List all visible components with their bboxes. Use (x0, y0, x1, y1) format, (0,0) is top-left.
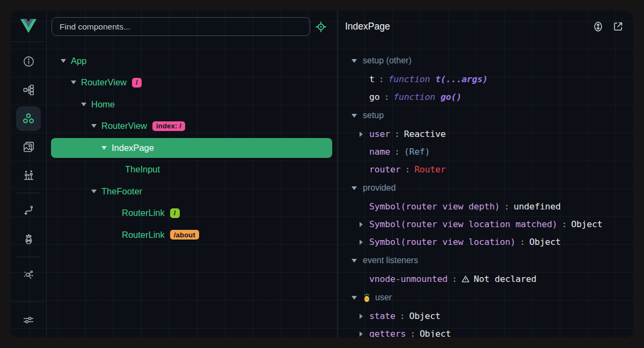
search-input[interactable] (52, 17, 310, 36)
property-value: Not declared (474, 274, 537, 284)
sidebar-item-settings[interactable] (11, 302, 46, 337)
chevron-down-icon[interactable] (91, 124, 101, 128)
pinia-icon (23, 233, 35, 245)
property-key: user (369, 129, 390, 139)
property-value: undefined (514, 201, 561, 212)
chevron-down-icon[interactable] (101, 146, 112, 150)
inspector-row-getters[interactable]: getters: Object (339, 325, 633, 337)
tree-row-theinput[interactable]: TheInput (47, 159, 338, 181)
property-key: router (369, 164, 400, 175)
inspector-body: setup (other) t: function t(...args) go:… (339, 42, 633, 337)
sidebar-item-assets[interactable] (14, 133, 43, 161)
chevron-down-icon (352, 259, 363, 263)
property-key: getters (369, 329, 406, 337)
chevron-down-icon (352, 296, 363, 300)
property-value: Object (420, 329, 451, 337)
inspector-row-user[interactable]: user: Reactive (339, 125, 633, 143)
sidebar-item-pinia[interactable] (14, 225, 43, 253)
chevron-down-icon (352, 114, 363, 118)
function-signature: go() (441, 92, 462, 102)
tree-row-routerlink-home[interactable]: RouterLink / (47, 202, 338, 224)
function-keyword: function (388, 74, 430, 84)
chevron-right-icon[interactable] (360, 314, 369, 319)
section-label: user (375, 293, 392, 302)
property-key: vnode-unmounted (369, 274, 448, 284)
inspector-row-go[interactable]: go: function go() (339, 88, 633, 106)
inspector-row-name[interactable]: name: (Ref) (339, 143, 633, 161)
property-key: name (369, 147, 390, 157)
component-label: TheFooter (101, 186, 142, 197)
inspector-row-t[interactable]: t: function t(...args) (339, 70, 633, 88)
sidebar-item-graph[interactable] (14, 260, 43, 289)
chevron-down-icon[interactable] (91, 190, 101, 193)
inspector-panel: IndexPage setup (other) t: function t(..… (339, 11, 633, 337)
sidebar-item-overview[interactable] (14, 47, 43, 76)
chevron-right-icon[interactable] (360, 132, 369, 137)
tree-row-routerlink-about[interactable]: RouterLink /about (47, 224, 338, 246)
chevron-down-icon (352, 59, 363, 63)
router-icon (23, 205, 35, 217)
tree-row-indexpage-selected[interactable]: IndexPage (51, 138, 332, 158)
property-value: Reactive (404, 129, 446, 139)
tree-header (47, 11, 338, 42)
property-key: Symbol(router view location matched) (369, 219, 557, 229)
component-label: RouterView (101, 121, 147, 131)
property-value: (Ref) (404, 147, 430, 157)
chevron-right-icon[interactable] (360, 222, 369, 227)
section-setup-other[interactable]: setup (other) (339, 51, 633, 70)
components-icon (16, 106, 41, 131)
sidebar-item-components[interactable] (14, 104, 43, 133)
inspector-row-vnode-unmounted[interactable]: vnode-unmounted: Not declared (339, 270, 633, 288)
property-value: Object (409, 311, 440, 321)
chevron-down-icon[interactable] (61, 59, 71, 63)
chevron-right-icon[interactable] (360, 240, 369, 245)
sidebar-item-pages[interactable] (14, 76, 43, 104)
inspector-row-symbol-depth[interactable]: Symbol(router view depth): undefined (339, 198, 633, 215)
component-tree-panel: App RouterView / Home RouterView index: … (47, 11, 338, 337)
scroll-to-component-button[interactable] (592, 20, 604, 33)
inspect-element-button[interactable] (314, 20, 328, 34)
component-label: Home (91, 99, 115, 110)
open-in-editor-button[interactable] (612, 21, 624, 32)
property-key: t (369, 74, 375, 84)
inspector-row-symbol-matched[interactable]: Symbol(router view location matched): Ob… (339, 215, 633, 233)
sidebar-item-router[interactable] (14, 197, 43, 225)
inspector-row-state[interactable]: state: Object (339, 307, 633, 325)
tree-row-home[interactable]: Home (47, 93, 338, 115)
scroll-icon (592, 20, 604, 33)
tree-row-routerview-index[interactable]: RouterView index: / (47, 115, 338, 137)
component-tree: App RouterView / Home RouterView index: … (47, 42, 338, 246)
component-label: App (71, 56, 86, 66)
chevron-right-icon[interactable] (360, 331, 369, 337)
property-value: Object (571, 219, 602, 229)
section-label: provided (363, 183, 396, 193)
property-value: Object (529, 237, 560, 247)
inspector-row-symbol-location[interactable]: Symbol(router view location): Object (339, 233, 633, 251)
chevron-down-icon (352, 186, 363, 190)
warning-icon (462, 275, 470, 283)
tree-row-thefooter[interactable]: TheFooter (47, 180, 338, 202)
devtools-window: App RouterView / Home RouterView index: … (11, 11, 633, 337)
function-keyword: function (393, 92, 435, 102)
info-icon (23, 55, 35, 68)
section-setup[interactable]: setup (339, 106, 633, 125)
section-pinia-user[interactable]: user (339, 288, 633, 307)
sidebar-item-timeline[interactable] (14, 161, 43, 190)
route-badge: / (132, 78, 142, 88)
section-provided[interactable]: provided (339, 178, 633, 198)
section-event-listeners[interactable]: event listeners (339, 251, 633, 270)
chevron-down-icon[interactable] (81, 103, 91, 106)
inspector-row-router[interactable]: router: Router (339, 161, 633, 178)
tree-row-routerview[interactable]: RouterView / (47, 72, 338, 94)
chevron-down-icon[interactable] (71, 81, 81, 84)
tree-row-app[interactable]: App (47, 50, 338, 72)
property-key: state (369, 311, 396, 321)
settings-icon (22, 314, 35, 327)
sidebar-divider (17, 193, 40, 193)
component-label: RouterLink (122, 230, 165, 240)
pinia-store-icon (363, 293, 371, 302)
component-label: RouterLink (122, 208, 165, 218)
assets-icon (23, 141, 35, 153)
external-link-icon (612, 21, 624, 32)
graph-icon (23, 269, 35, 281)
